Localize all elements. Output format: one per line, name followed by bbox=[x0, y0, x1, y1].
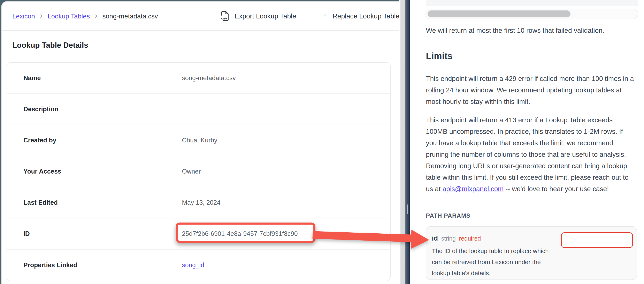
docs-intro-text: We will return at most the first 10 rows… bbox=[426, 27, 604, 34]
detail-label: ID bbox=[24, 218, 30, 249]
code-block-bottom-edge bbox=[426, 0, 638, 6]
export-lookup-table-button[interactable]: csv Export Lookup Table bbox=[220, 2, 296, 31]
lookup-table-panel: Lexicon › Lookup Tables › song-metadata.… bbox=[0, 0, 399, 284]
limits-heading: Limits bbox=[426, 51, 452, 61]
detail-value: May 13, 2024 bbox=[182, 187, 220, 218]
lookup-table-details-card: Name song-metadata.csv Description Creat… bbox=[6, 62, 390, 281]
detail-label: Properties Linked bbox=[24, 250, 77, 281]
detail-label: Your Access bbox=[24, 156, 61, 187]
panel-resize-divider[interactable] bbox=[405, 0, 410, 284]
breadcrumb: Lexicon › Lookup Tables › song-metadata.… bbox=[12, 2, 158, 31]
divider-grip-handle[interactable] bbox=[407, 204, 408, 214]
detail-row-description: Description bbox=[7, 94, 390, 125]
detail-value: song-metadata.csv bbox=[182, 63, 236, 93]
upload-arrow-icon: ↑ bbox=[323, 11, 327, 21]
path-params-label: PATH PARAMS bbox=[426, 212, 470, 219]
docs-panel: We will return at most the first 10 rows… bbox=[410, 0, 644, 284]
replace-lookup-table-button[interactable]: ↑ Replace Lookup Table bbox=[323, 2, 399, 31]
detail-label: Name bbox=[24, 63, 41, 93]
chevron-right-icon: › bbox=[40, 11, 42, 20]
limits-paragraph-413-text: This endpoint will return a 413 error if… bbox=[426, 116, 628, 193]
svg-text:csv: csv bbox=[221, 16, 227, 20]
id-param-input[interactable] bbox=[561, 232, 633, 248]
replace-button-label: Replace Lookup Table bbox=[332, 12, 399, 20]
detail-label: Description bbox=[24, 94, 58, 125]
apis-email-link[interactable]: apis@mixpanel.com bbox=[442, 185, 504, 193]
export-button-label: Export Lookup Table bbox=[234, 12, 296, 20]
param-description: The ID of the lookup table to replace wh… bbox=[432, 246, 555, 279]
detail-row-last-edited: Last Edited May 13, 2024 bbox=[7, 187, 390, 218]
csv-file-icon: csv bbox=[220, 11, 229, 21]
param-required-badge: required bbox=[459, 235, 481, 242]
limits-paragraph-413-tail: -- we'd love to hear your use case! bbox=[504, 185, 609, 193]
limits-paragraph-429: This endpoint will return a 429 error if… bbox=[426, 73, 634, 107]
detail-label: Last Edited bbox=[24, 187, 58, 218]
id-param-card: id string required The ID of the lookup … bbox=[426, 226, 637, 280]
detail-value: Chua, Kurby bbox=[182, 125, 217, 156]
horizontal-scrollbar-thumb[interactable] bbox=[428, 10, 570, 17]
param-type: string bbox=[441, 235, 456, 242]
detail-row-name: Name song-metadata.csv bbox=[7, 63, 390, 94]
panel-header: Lexicon › Lookup Tables › song-metadata.… bbox=[2, 2, 399, 31]
detail-value: Owner bbox=[182, 156, 201, 187]
detail-row-id: ID 25d7f2b6-6901-4e8a-9457-7cbf931f8c90 bbox=[7, 218, 390, 250]
detail-row-your-access: Your Access Owner bbox=[7, 156, 390, 187]
limits-paragraph-413: This endpoint will return a 413 error if… bbox=[426, 114, 634, 195]
lookup-table-id-value: 25d7f2b6-6901-4e8a-9457-7cbf931f8c90 bbox=[182, 218, 298, 249]
detail-label: Created by bbox=[24, 125, 56, 156]
linked-property-link[interactable]: song_id bbox=[182, 250, 204, 281]
breadcrumb-current: song-metadata.csv bbox=[102, 12, 158, 20]
lookup-table-panel-surface: Lexicon › Lookup Tables › song-metadata.… bbox=[1, 1, 399, 284]
horizontal-scrollbar-track[interactable] bbox=[426, 8, 638, 19]
detail-row-properties-linked: Properties Linked song_id bbox=[7, 250, 390, 281]
param-name: id bbox=[432, 234, 438, 242]
detail-row-created-by: Created by Chua, Kurby bbox=[7, 125, 390, 156]
page: Lexicon › Lookup Tables › song-metadata.… bbox=[0, 0, 644, 284]
chevron-right-icon: › bbox=[95, 11, 97, 20]
left-panel-scrollbar-track[interactable] bbox=[400, 0, 405, 284]
breadcrumb-lexicon[interactable]: Lexicon bbox=[12, 12, 35, 20]
page-title: Lookup Table Details bbox=[12, 41, 88, 50]
param-header: id string required bbox=[432, 234, 481, 242]
breadcrumb-lookup-tables[interactable]: Lookup Tables bbox=[48, 12, 90, 20]
